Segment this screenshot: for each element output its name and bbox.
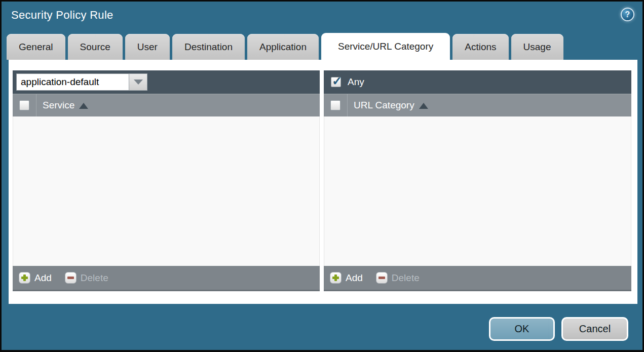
dialog-content: Service Add Delete An [9,60,637,304]
any-label: Any [348,76,364,88]
tab-bar: GeneralSourceUserDestinationApplicationS… [7,34,566,60]
tab-application[interactable]: Application [247,34,319,60]
tab-usage[interactable]: Usage [511,34,563,60]
cancel-button[interactable]: Cancel [561,317,628,341]
service-add-label: Add [34,272,52,284]
tab-source[interactable]: Source [68,34,123,60]
service-panel-header [13,70,320,94]
add-icon [330,272,342,284]
delete-icon [376,272,388,284]
service-type-dropdown [16,73,147,91]
service-list [13,116,320,266]
service-panel: Service Add Delete [13,70,320,291]
service-sort-header[interactable]: Service [36,100,88,111]
url-panel-header: Any [324,70,631,94]
service-column-label: Service [43,100,74,111]
url-select-all-checkbox[interactable] [330,100,340,110]
service-add-button[interactable]: Add [19,272,52,284]
url-category-sort-header[interactable]: URL Category [348,100,428,111]
tab-user[interactable]: User [125,34,170,60]
service-panel-footer: Add Delete [13,266,320,291]
tab-destination[interactable]: Destination [172,34,245,60]
tab-service-url-category[interactable]: Service/URL Category [321,33,450,61]
url-category-panel: Any URL Category Add [324,70,631,291]
url-add-button[interactable]: Add [330,272,363,284]
url-select-all-cell [324,94,348,116]
ok-button[interactable]: OK [489,317,555,341]
tab-general[interactable]: General [7,34,65,60]
service-delete-button[interactable]: Delete [65,272,108,284]
url-delete-label: Delete [392,272,420,284]
add-icon [19,272,30,284]
any-checkbox[interactable] [331,77,341,87]
service-type-input[interactable] [16,73,129,91]
url-category-list [324,116,631,266]
url-delete-button[interactable]: Delete [376,272,420,284]
sort-ascending-icon [419,103,428,109]
delete-icon [65,272,77,284]
url-add-label: Add [346,272,363,284]
help-icon[interactable]: ? [621,8,634,21]
sort-ascending-icon [79,103,88,109]
service-select-all-cell [13,94,36,116]
url-panel-footer: Add Delete [324,266,631,291]
tab-actions[interactable]: Actions [452,34,508,60]
dialog-title: Security Policy Rule [11,9,113,22]
service-type-dropdown-button[interactable] [129,73,147,91]
url-category-column-label: URL Category [354,100,414,111]
service-delete-label: Delete [81,272,108,284]
service-column-header: Service [13,94,320,116]
service-select-all-checkbox[interactable] [19,100,29,110]
security-policy-rule-dialog: Security Policy Rule ? GeneralSourceUser… [2,2,642,350]
any-row: Any [327,76,364,88]
chevron-down-icon [134,80,143,85]
url-category-column-header: URL Category [324,94,631,116]
